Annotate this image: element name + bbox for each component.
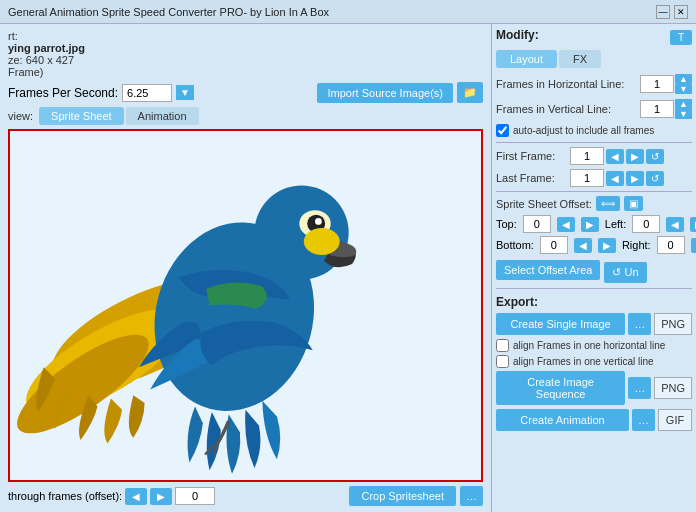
last-frame-input[interactable] (570, 169, 604, 187)
frame-nav-label: through frames (offset): (8, 490, 122, 502)
frames-h-up[interactable]: ▲ (675, 74, 692, 84)
bottom-prev[interactable]: ◀ (574, 238, 592, 253)
file-info: rt: ying parrot.jpg ze: 640 x 427 Frame) (8, 30, 483, 78)
close-btn[interactable]: ✕ (674, 5, 688, 19)
misc-btn[interactable]: … (460, 486, 483, 506)
first-frame-row: First Frame: ◀ ▶ ↺ (496, 147, 692, 165)
top-prev[interactable]: ◀ (557, 217, 575, 232)
align-v-cb[interactable] (496, 355, 509, 368)
bottom-label: Bottom: (496, 239, 534, 251)
folder-btn[interactable]: 📁 (457, 82, 483, 103)
crop-btn[interactable]: Crop Spritesheet (349, 486, 456, 506)
left-next[interactable]: ▶ (690, 217, 696, 232)
view-tabs: view: Sprite Sheet Animation (8, 107, 483, 125)
preview-area (8, 129, 483, 482)
frames-v-up[interactable]: ▲ (675, 99, 692, 109)
frames-h-arrows: ▲ ▼ (675, 74, 692, 94)
right-panel-main: Frames in Horizontal Line: ▲ ▼ Frames in… (496, 74, 692, 435)
offset-icon2[interactable]: ▣ (624, 196, 643, 211)
export-label: Export: (496, 295, 692, 309)
create-single-btn[interactable]: Create Single Image (496, 313, 625, 335)
top-input[interactable] (523, 215, 551, 233)
crop-controls: Crop Spritesheet … (349, 486, 483, 506)
first-frame-next[interactable]: ▶ (626, 149, 644, 164)
left-prev[interactable]: ◀ (666, 217, 684, 232)
auto-adjust-row: auto-adjust to include all frames (496, 124, 692, 137)
frame-label: Frame) (8, 66, 483, 78)
fps-input[interactable] (122, 84, 172, 102)
tab-fx[interactable]: FX (559, 50, 601, 68)
top-controls: Frames Per Second: ▼ Import Source Image… (8, 82, 483, 103)
create-seq-fmt: PNG (654, 377, 692, 399)
right-prev[interactable]: ◀ (691, 238, 696, 253)
right-input[interactable] (657, 236, 685, 254)
right-panel: Modify: T Layout FX Frames in Horizontal… (491, 24, 696, 512)
top-label: Top: (496, 218, 517, 230)
align-h-row: align Frames in one horizontal line (496, 339, 692, 352)
parrot-image (10, 131, 481, 480)
select-offset-btn[interactable]: Select Offset Area (496, 260, 600, 280)
last-frame-next[interactable]: ▶ (626, 171, 644, 186)
create-anim-btn[interactable]: Create Animation (496, 409, 629, 431)
last-frame-label: Last Frame: (496, 172, 568, 184)
frames-v-arrows: ▲ ▼ (675, 99, 692, 119)
fps-dropdown-btn[interactable]: ▼ (176, 85, 194, 100)
create-single-dots[interactable]: … (628, 313, 651, 335)
frames-h-row: Frames in Horizontal Line: ▲ ▼ (496, 74, 692, 94)
create-seq-dots[interactable]: … (628, 377, 651, 399)
top-next[interactable]: ▶ (581, 217, 599, 232)
minimize-btn[interactable]: — (656, 5, 670, 19)
last-frame-row: Last Frame: ◀ ▶ ↺ (496, 169, 692, 187)
frames-h-label: Frames in Horizontal Line: (496, 78, 640, 90)
frames-v-down[interactable]: ▼ (675, 109, 692, 119)
frame-nav: through frames (offset): ◀ ▶ (8, 487, 215, 505)
frames-h-down[interactable]: ▼ (675, 84, 692, 94)
create-anim-dots[interactable]: … (632, 409, 655, 431)
frames-v-label: Frames in Vertical Line: (496, 103, 640, 115)
window-controls: — ✕ (656, 5, 688, 19)
last-frame-reset[interactable]: ↺ (646, 171, 664, 186)
frames-v-row: Frames in Vertical Line: ▲ ▼ (496, 99, 692, 119)
first-frame-label: First Frame: (496, 150, 568, 162)
un-btn[interactable]: ↺ Un (604, 262, 646, 283)
create-seq-btn[interactable]: Create Image Sequence (496, 371, 625, 405)
tab-layout[interactable]: Layout (496, 50, 557, 68)
import-btn[interactable]: Import Source Image(s) (317, 83, 453, 103)
align-h-label: align Frames in one horizontal line (513, 340, 665, 351)
left-offset-label: Left: (605, 218, 626, 230)
frames-v-input[interactable] (640, 100, 674, 118)
right-top-btn[interactable]: T (670, 30, 692, 45)
fps-area: Frames Per Second: ▼ (8, 84, 194, 102)
section-tabs: Layout FX (496, 50, 692, 68)
frames-h-input[interactable] (640, 75, 674, 93)
tab-animation[interactable]: Animation (126, 107, 199, 125)
first-frame-reset[interactable]: ↺ (646, 149, 664, 164)
auto-adjust-label: auto-adjust to include all frames (513, 125, 654, 136)
align-v-label: align Frames in one vertical line (513, 356, 654, 367)
offset-actions: Select Offset Area ↺ Un (496, 260, 692, 284)
create-single-row: Create Single Image … PNG (496, 313, 692, 335)
offset-icon1[interactable]: ⟺ (596, 196, 620, 211)
prev-frame-btn[interactable]: ◀ (125, 488, 147, 505)
main-area: rt: ying parrot.jpg ze: 640 x 427 Frame)… (0, 24, 696, 512)
frame-input[interactable] (175, 487, 215, 505)
create-seq-row: Create Image Sequence … PNG (496, 371, 692, 405)
last-frame-prev[interactable]: ◀ (606, 171, 624, 186)
tab-sprite-sheet[interactable]: Sprite Sheet (39, 107, 124, 125)
modify-label: Modify: (496, 28, 539, 42)
create-single-fmt: PNG (654, 313, 692, 335)
auto-adjust-cb[interactable] (496, 124, 509, 137)
next-frame-btn[interactable]: ▶ (150, 488, 172, 505)
first-frame-input[interactable] (570, 147, 604, 165)
filename: ying parrot.jpg (8, 42, 483, 54)
create-anim-fmt: GIF (658, 409, 692, 431)
offset-section: Sprite Sheet Offset: ⟺ ▣ Top: ◀ ▶ Left: … (496, 196, 692, 284)
bottom-input[interactable] (540, 236, 568, 254)
fps-label: Frames Per Second: (8, 86, 118, 100)
bottom-next[interactable]: ▶ (598, 238, 616, 253)
left-input[interactable] (632, 215, 660, 233)
import-controls: Import Source Image(s) 📁 (317, 82, 483, 103)
title-bar: General Animation Sprite Speed Converter… (0, 0, 696, 24)
align-h-cb[interactable] (496, 339, 509, 352)
first-frame-prev[interactable]: ◀ (606, 149, 624, 164)
